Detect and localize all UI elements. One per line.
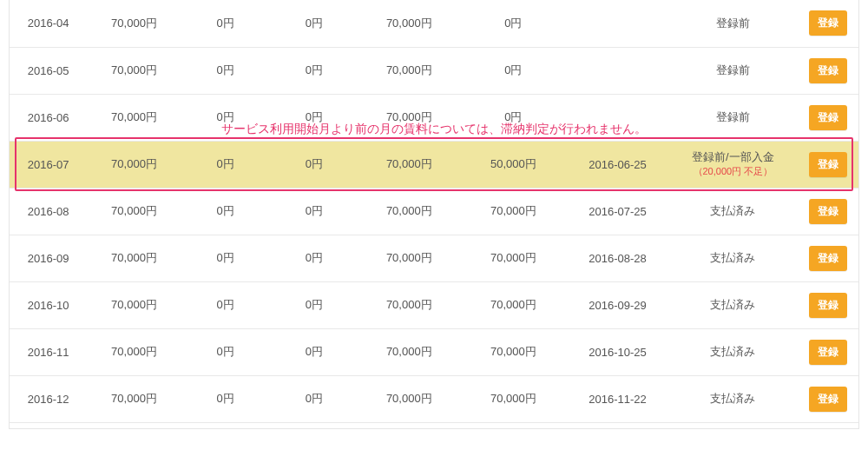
amount-cell: 70,000円 [358,141,460,188]
status-label: 登録前/一部入金 [692,150,774,163]
register-button[interactable]: 登録 [809,152,847,177]
payment-table: 2016-0470,000円0円0円70,000円0円登録前登録2016-057… [10,0,858,423]
amount-cell: 0円 [270,188,358,235]
month-cell: 2016-08 [10,188,87,235]
action-cell: 登録 [798,94,858,141]
action-cell: 登録 [798,141,858,188]
month-cell: 2016-06 [10,94,87,141]
register-button[interactable]: 登録 [809,340,847,365]
amount-cell: 70,000円 [87,0,181,47]
register-button[interactable]: 登録 [809,293,847,318]
register-button[interactable]: 登録 [809,58,847,83]
date-cell: 2016-08-28 [567,235,668,281]
amount-cell: 0円 [460,47,567,94]
amount-cell: 70,000円 [358,47,460,94]
month-cell: 2016-12 [10,375,87,422]
status-cell: 登録前/一部入金（20,000円 不足） [668,141,798,188]
amount-cell: 0円 [181,141,270,188]
amount-cell: 0円 [181,328,270,375]
table-row: 2016-0470,000円0円0円70,000円0円登録前登録 [10,0,858,47]
status-cell: 登録前 [668,94,798,141]
action-cell: 登録 [798,328,858,375]
amount-cell: 0円 [270,0,358,47]
status-cell: 支払済み [668,281,798,328]
month-cell: 2016-09 [10,235,87,281]
amount-cell: 0円 [270,328,358,375]
amount-cell: 70,000円 [87,235,181,281]
amount-cell: 70,000円 [87,141,181,188]
amount-cell: 0円 [270,47,358,94]
amount-cell: 70,000円 [460,235,567,281]
amount-cell: 70,000円 [358,328,460,375]
amount-cell: 0円 [181,281,270,328]
amount-cell: 0円 [181,188,270,235]
status-cell: 支払済み [668,188,798,235]
status-label: 登録前 [716,63,750,76]
register-button[interactable]: 登録 [809,387,847,412]
date-cell [567,94,668,141]
amount-cell: 0円 [181,235,270,281]
amount-cell: 0円 [270,141,358,188]
status-label: 支払済み [710,298,755,311]
table-row: 2016-0970,000円0円0円70,000円70,000円2016-08-… [10,235,858,281]
amount-cell: 70,000円 [358,188,460,235]
amount-cell: 70,000円 [358,375,460,422]
amount-cell: 70,000円 [87,47,181,94]
amount-cell: 70,000円 [358,0,460,47]
table-row: 2016-0870,000円0円0円70,000円70,000円2016-07-… [10,188,858,235]
month-cell: 2016-11 [10,328,87,375]
month-cell: 2016-10 [10,281,87,328]
register-button[interactable]: 登録 [809,199,847,224]
amount-cell: 70,000円 [460,375,567,422]
table-row: 2016-1170,000円0円0円70,000円70,000円2016-10-… [10,328,858,375]
amount-cell: 70,000円 [87,281,181,328]
amount-cell: 0円 [270,281,358,328]
table-row: 2016-0570,000円0円0円70,000円0円登録前登録 [10,47,858,94]
amount-cell: 70,000円 [460,281,567,328]
amount-cell: 70,000円 [87,188,181,235]
action-cell: 登録 [798,375,858,422]
action-cell: 登録 [798,188,858,235]
amount-cell: 0円 [270,235,358,281]
amount-cell: 50,000円 [460,141,567,188]
amount-cell: 0円 [181,47,270,94]
amount-cell: 0円 [181,375,270,422]
date-cell: 2016-09-29 [567,281,668,328]
date-cell: 2016-07-25 [567,188,668,235]
register-button[interactable]: 登録 [809,246,847,271]
amount-cell: 70,000円 [87,375,181,422]
table-row: 2016-1070,000円0円0円70,000円70,000円2016-09-… [10,281,858,328]
status-label: 支払済み [710,392,755,405]
amount-cell: 0円 [270,375,358,422]
date-cell: 2016-06-25 [567,141,668,188]
register-button[interactable]: 登録 [809,105,847,130]
action-cell: 登録 [798,235,858,281]
date-cell: 2016-11-22 [567,375,668,422]
amount-cell: 70,000円 [460,328,567,375]
table-row: 2016-0670,000円0円0円70,000円0円登録前登録 [10,94,858,141]
action-cell: 登録 [798,281,858,328]
amount-cell: 0円 [460,94,567,141]
month-cell: 2016-07 [10,141,87,188]
table-row: 2016-0770,000円0円0円70,000円50,000円2016-06-… [10,141,858,188]
status-cell: 支払済み [668,328,798,375]
amount-cell: 70,000円 [358,281,460,328]
status-sub-label: （20,000円 不足） [672,166,794,178]
register-button[interactable]: 登録 [809,10,847,36]
action-cell: 登録 [798,47,858,94]
date-cell [567,0,668,47]
amount-cell: 0円 [460,0,567,47]
amount-cell: 70,000円 [358,94,460,141]
status-cell: 支払済み [668,375,798,422]
month-cell: 2016-04 [10,0,87,47]
action-cell: 登録 [798,0,858,47]
status-label: 支払済み [710,204,755,217]
status-label: 支払済み [710,251,755,264]
status-cell: 登録前 [668,47,798,94]
amount-cell: 70,000円 [460,188,567,235]
amount-cell: 70,000円 [87,328,181,375]
status-label: 登録前 [716,17,750,30]
table-row: 2016-1270,000円0円0円70,000円70,000円2016-11-… [10,375,858,422]
status-label: 登録前 [716,110,750,123]
amount-cell: 70,000円 [358,235,460,281]
